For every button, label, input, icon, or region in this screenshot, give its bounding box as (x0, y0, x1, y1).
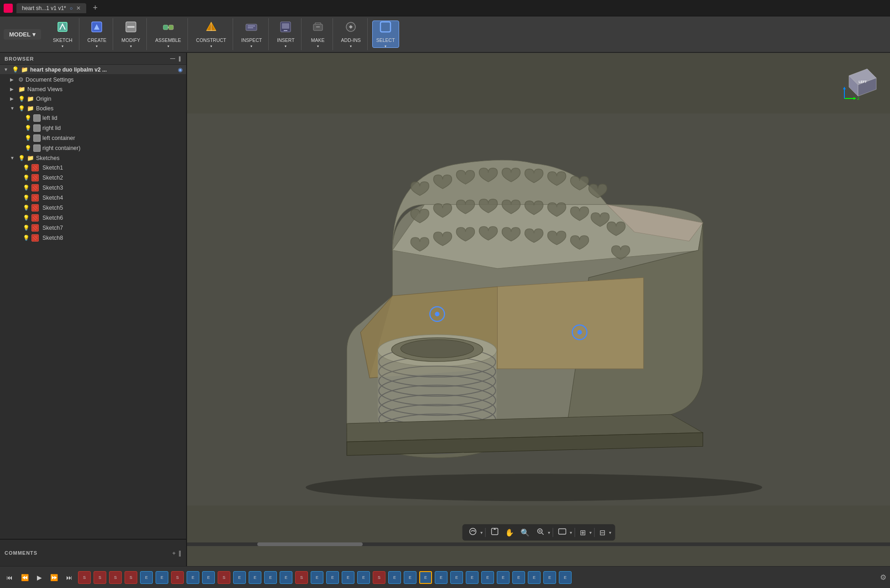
grid-arrow[interactable]: ▾ (589, 530, 592, 535)
timeline-item[interactable]: E (481, 571, 494, 584)
timeline-item[interactable]: E (435, 571, 448, 584)
timeline-prev-button[interactable]: ⏪ (18, 572, 31, 583)
display-mode-button[interactable] (555, 526, 569, 539)
sketch-tool-button[interactable]: SKETCH ▾ (49, 21, 76, 48)
assemble-tool-button[interactable]: ASSEMBLE ▾ (151, 21, 185, 48)
zoom-arrow[interactable]: ▾ (548, 530, 550, 535)
timeline-item[interactable]: E (388, 571, 401, 584)
timeline-item[interactable]: S (373, 571, 385, 584)
select-tool-button[interactable]: SELECT ▾ (372, 21, 399, 48)
left-lid-body-icon (33, 114, 41, 122)
timeline-item[interactable]: E (404, 571, 416, 584)
timeline-next-button[interactable]: ⏩ (47, 572, 61, 583)
insert-tool-button[interactable]: INSERT ▾ (273, 21, 298, 48)
timeline-item[interactable]: E (497, 571, 510, 584)
origin-item[interactable]: ▶ 💡 📁 Origin (0, 94, 186, 103)
inspect-tool-button[interactable]: INSPECT ▾ (238, 21, 266, 48)
timeline-item[interactable]: E (280, 571, 292, 584)
display-arrow[interactable]: ▾ (570, 530, 572, 535)
orbit-arrow[interactable]: ▾ (480, 530, 483, 535)
timeline-item[interactable]: S (125, 571, 137, 584)
sketch6-item[interactable]: ▶ 💡 Sketch6 (0, 213, 186, 223)
active-tab[interactable]: heart sh...1 v1 v1* ○ ✕ (16, 3, 86, 13)
browser-panel-button[interactable]: ‖ (178, 56, 182, 62)
timeline-item[interactable]: S (78, 571, 91, 584)
timeline-play-button[interactable]: ▶ (34, 572, 45, 583)
create-tool-button[interactable]: CREATE ▾ (84, 21, 110, 48)
timeline-first-button[interactable]: ⏮ (4, 572, 16, 583)
sketch7-item[interactable]: ▶ 💡 Sketch7 (0, 223, 186, 233)
timeline-item[interactable]: E (249, 571, 261, 584)
sketches-light-icon: 💡 (18, 155, 25, 161)
model-menu-button[interactable]: MODEL ▾ (4, 29, 41, 40)
timeline-item[interactable]: E (357, 571, 370, 584)
timeline-item[interactable]: E (528, 571, 541, 584)
construct-tool-button[interactable]: CONSTRUCT ▾ (193, 21, 230, 48)
timeline-last-button[interactable]: ⏭ (63, 572, 75, 583)
timeline-item[interactable]: E (156, 571, 168, 584)
named-views-item[interactable]: ▶ 📁 Named Views (0, 84, 186, 94)
timeline-item[interactable]: E (512, 571, 525, 584)
viewport-scrollbar[interactable] (187, 542, 890, 546)
pan-view-button[interactable] (488, 526, 501, 539)
viewport[interactable]: LEFT Z ▾ ✋ 🔍 ▾ (187, 53, 890, 566)
view-cube[interactable]: LEFT Z (840, 62, 881, 103)
title-bar: heart sh...1 v1 v1* ○ ✕ + (0, 0, 890, 16)
doc-settings-item[interactable]: ▶ ⚙ Document Settings (0, 75, 186, 84)
tab-close-button[interactable]: ✕ (76, 5, 81, 11)
sketch5-item[interactable]: ▶ 💡 Sketch5 (0, 203, 186, 213)
new-tab-button[interactable]: + (90, 3, 100, 13)
timeline-item[interactable]: E (233, 571, 246, 584)
comments-panel-button[interactable]: ‖ (178, 550, 182, 557)
model-label: MODEL (9, 31, 31, 38)
root-tree-item[interactable]: ▼ 💡 📁 heart shape duo lipbalm v2 ... ◉ (0, 65, 186, 75)
right-lid-item[interactable]: ▶ 💡 right lid (0, 123, 186, 133)
modify-label: MODIFY (121, 37, 140, 43)
grid-button[interactable]: ⊞ (577, 527, 588, 538)
timeline-item[interactable]: E (559, 571, 572, 584)
viewport-scrollbar-thumb[interactable] (257, 542, 363, 546)
pan-button[interactable]: ✋ (502, 527, 517, 538)
sketches-folder-icon: 📁 (27, 155, 34, 161)
timeline-item[interactable]: E (419, 571, 432, 584)
comments-add-button[interactable]: + (172, 550, 176, 557)
zoom-button[interactable]: 🔍 (518, 527, 532, 538)
zoom-fit-button[interactable] (533, 526, 547, 539)
left-container-item[interactable]: ▶ 💡 left container (0, 133, 186, 143)
visibility-button[interactable]: ⊟ (597, 527, 608, 538)
sketch2-item[interactable]: ▶ 💡 Sketch2 (0, 173, 186, 183)
select-icon (379, 21, 392, 36)
timeline-item[interactable]: E (264, 571, 277, 584)
sketch3-item[interactable]: ▶ 💡 Sketch3 (0, 183, 186, 193)
addins-tool-button[interactable]: ADD-INS ▾ (338, 21, 364, 48)
timeline-item[interactable]: E (202, 571, 215, 584)
timeline-item[interactable]: E (311, 571, 323, 584)
sketches-item[interactable]: ▼ 💡 📁 Sketches (0, 153, 186, 163)
sketch3-sketch-icon (31, 184, 39, 191)
timeline-item[interactable]: E (450, 571, 463, 584)
timeline-item[interactable]: E (187, 571, 199, 584)
timeline-item[interactable]: E (543, 571, 556, 584)
sketch4-item[interactable]: ▶ 💡 Sketch4 (0, 193, 186, 203)
visibility-arrow[interactable]: ▾ (609, 530, 611, 535)
timeline-item[interactable]: E (466, 571, 479, 584)
timeline-item[interactable]: E (326, 571, 339, 584)
left-lid-item[interactable]: ▶ 💡 left lid (0, 113, 186, 123)
right-container-item[interactable]: ▶ 💡 right container) (0, 143, 186, 153)
make-tool-button[interactable]: MAKE ▾ (306, 21, 330, 48)
browser-collapse-button[interactable]: — (170, 56, 176, 62)
sketch8-item[interactable]: ▶ 💡 Sketch8 (0, 233, 186, 243)
timeline-item[interactable]: S (171, 571, 184, 584)
modify-tool-button[interactable]: MODIFY ▾ (118, 21, 144, 48)
comments-section: COMMENTS + ‖ (0, 539, 186, 566)
timeline-item[interactable]: S (218, 571, 230, 584)
bodies-item[interactable]: ▼ 💡 📁 Bodies (0, 103, 186, 113)
timeline-item[interactable]: E (140, 571, 153, 584)
timeline-item[interactable]: S (94, 571, 106, 584)
timeline-item[interactable]: S (109, 571, 122, 584)
orbit-button[interactable] (466, 526, 479, 539)
timeline-settings-button[interactable]: ⚙ (880, 573, 886, 582)
sketch1-item[interactable]: ▶ 💡 Sketch1 (0, 163, 186, 173)
timeline-item[interactable]: E (342, 571, 354, 584)
timeline-item[interactable]: S (295, 571, 308, 584)
